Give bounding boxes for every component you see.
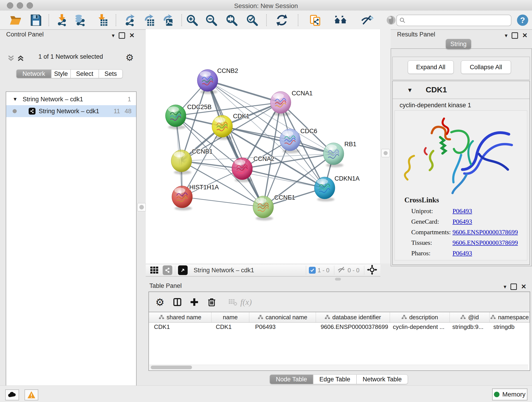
table-cell[interactable]: stringdb:9...	[447, 322, 488, 332]
delete-column-trash-icon[interactable]	[206, 296, 218, 308]
column-header-id[interactable]: @id	[450, 312, 489, 322]
import-network-database-button[interactable]	[74, 13, 87, 27]
add-column-icon[interactable]	[188, 296, 200, 308]
column-header-sharedname[interactable]: shared name	[149, 312, 211, 322]
table-panel-menu-caret[interactable]: ▾	[504, 283, 506, 290]
export-image-button[interactable]	[161, 13, 174, 27]
function-builder-button[interactable]: f(x)	[240, 296, 252, 308]
crosslink-value-link[interactable]: 9606.ENSP00000378699	[452, 229, 518, 236]
tab-sets[interactable]: Sets	[99, 70, 123, 78]
node-hist1h1a[interactable]: HIST1H1A	[172, 184, 219, 211]
control-panel-close-button[interactable]: ✕	[129, 32, 134, 39]
node-cdk1[interactable]: CDK1	[212, 113, 249, 140]
collection-caret-icon[interactable]: ▼	[13, 96, 18, 102]
node-ccne1[interactable]: CCNE1	[253, 194, 295, 220]
tab-network-table[interactable]: Network Table	[356, 375, 408, 384]
node-ccnb1[interactable]: CCNB1	[171, 148, 213, 174]
table-cell[interactable]: CDK1	[149, 322, 211, 332]
expand-all-button[interactable]: Expand All	[408, 61, 454, 74]
table-cell[interactable]: P06493	[250, 322, 316, 332]
tab-node-table[interactable]: Node Table	[270, 375, 313, 384]
network-edge[interactable]	[208, 80, 281, 102]
results-panel-float-button[interactable]	[512, 32, 518, 39]
selected-nodes-checkbox-icon[interactable]	[309, 267, 316, 274]
network-options-gear-icon[interactable]: ⚙	[126, 52, 134, 63]
node-cdc6[interactable]: CDC6	[280, 128, 317, 153]
network-edge[interactable]	[242, 169, 325, 188]
control-panel-float-button[interactable]	[119, 32, 125, 39]
crosslink-value-link[interactable]: P06493	[452, 249, 472, 257]
results-panel-close-button[interactable]: ✕	[522, 32, 527, 39]
table-cell[interactable]: cyclin-dependent ...	[388, 322, 447, 332]
warning-button[interactable]	[25, 389, 38, 400]
horizontal-splitter-handle[interactable]	[335, 278, 341, 281]
crosslink-row: GeneCard: P06493	[411, 218, 527, 225]
crosslink-value-link[interactable]: P06493	[452, 218, 472, 225]
cdk1-section-header[interactable]: ▼ CDK1	[393, 81, 530, 99]
zoom-fit-button[interactable]	[225, 13, 239, 27]
search-input[interactable]	[406, 17, 503, 24]
table-settings-gear-icon[interactable]: ⚙	[154, 296, 166, 308]
tab-string[interactable]: String	[446, 39, 471, 49]
node-cdkn1a[interactable]: CDKN1A	[314, 175, 360, 201]
node-ccna1[interactable]: CCNA1	[270, 90, 313, 116]
tab-select[interactable]: Select	[70, 70, 99, 78]
export-table-button[interactable]	[142, 13, 155, 27]
memory-button[interactable]: Memory	[492, 389, 527, 400]
table-header-row[interactable]: shared namenamecanonical namedatabase id…	[149, 312, 530, 323]
table-cell[interactable]: 9606.ENSP00000378699	[316, 322, 388, 332]
save-session-button[interactable]	[29, 13, 43, 27]
column-header-name[interactable]: name	[211, 312, 249, 322]
import-network-file-button[interactable]	[55, 13, 69, 27]
export-network-button[interactable]	[123, 13, 136, 27]
section-caret-icon[interactable]: ▼	[407, 87, 413, 94]
collapse-all-button[interactable]: Collapse All	[461, 61, 511, 74]
column-header-canonicalname[interactable]: canonical name	[249, 312, 316, 322]
control-panel-menu-caret[interactable]: ▾	[112, 32, 114, 39]
network-canvas[interactable]: CCNB2CCNA1CDC25BCDK1CDC6RB1CCNB1CCNA2CDK…	[146, 29, 380, 264]
column-header-description[interactable]: description	[390, 312, 450, 322]
import-table-file-button[interactable]	[95, 13, 108, 27]
zoom-out-button[interactable]	[205, 13, 218, 27]
tab-edge-table[interactable]: Edge Table	[313, 375, 356, 384]
search-box[interactable]	[396, 15, 511, 26]
table-panel-float-button[interactable]	[510, 283, 517, 290]
table-panel-close-button[interactable]: ✕	[521, 283, 526, 290]
network-row-selected[interactable]: String Network – cdk1 11 48	[6, 105, 136, 117]
help-button[interactable]: ?	[516, 13, 529, 27]
network-edge[interactable]	[182, 197, 263, 207]
open-session-button[interactable]	[9, 13, 22, 27]
column-header-databaseidentifier[interactable]: database identifier	[316, 312, 390, 322]
zoom-in-button[interactable]	[186, 13, 199, 27]
birdseye-button[interactable]	[334, 13, 347, 27]
crosslink-value-link[interactable]: 9606.ENSP00000378699	[452, 239, 518, 246]
tab-style[interactable]: Style	[51, 70, 70, 78]
zoom-selected-button[interactable]	[246, 13, 259, 27]
scrollbar-thumb[interactable]	[151, 366, 192, 369]
birdseye-view-icon[interactable]	[178, 265, 188, 275]
show-graphics-button[interactable]	[385, 13, 398, 27]
crosslink-value-link[interactable]: P06493	[452, 207, 472, 215]
fit-content-crosshair-icon[interactable]	[367, 265, 377, 276]
tab-network[interactable]: Network	[16, 70, 51, 78]
delete-table-icon[interactable]	[227, 296, 239, 308]
network-graph[interactable]: CCNB2CCNA1CDC25BCDK1CDC6RB1CCNB1CCNA2CDK…	[146, 29, 380, 264]
network-collection-row[interactable]: ▼ String Network – cdk1 1	[6, 93, 136, 105]
left-splitter-handle[interactable]	[138, 203, 146, 211]
refresh-button[interactable]	[275, 13, 288, 27]
table-data-row[interactable]: CDK1CDK1P064939606.ENSP00000378699cyclin…	[149, 322, 530, 332]
results-panel-menu-caret[interactable]: ▾	[505, 32, 507, 39]
column-header-namespace[interactable]: namespace	[490, 312, 530, 322]
node-rb1[interactable]: RB1	[323, 141, 356, 167]
network-right-splitter[interactable]	[380, 29, 391, 264]
table-cell[interactable]: stringdb	[488, 322, 530, 332]
clone-view-button[interactable]	[309, 13, 322, 27]
show-columns-icon[interactable]	[171, 296, 183, 308]
table-horizontal-scrollbar[interactable]	[149, 365, 528, 370]
table-cell[interactable]: CDK1	[211, 322, 250, 332]
hide-graphics-button[interactable]	[360, 13, 374, 27]
grid-view-icon[interactable]	[149, 265, 159, 276]
string-view-icon[interactable]	[163, 265, 172, 275]
right-splitter-handle[interactable]	[381, 149, 390, 157]
cloud-button[interactable]	[5, 389, 19, 400]
